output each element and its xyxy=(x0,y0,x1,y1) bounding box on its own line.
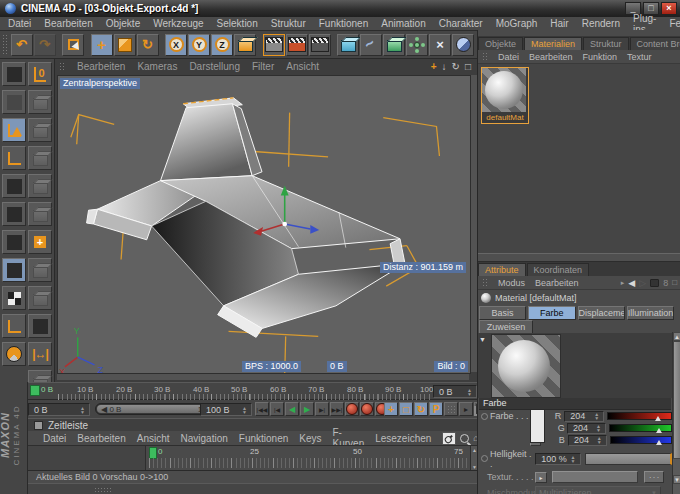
powerbar-ruler[interactable]: 0 B 10 B 20 B 30 B 40 B 50 B 60 B 70 B 8… xyxy=(28,382,478,400)
keyframe-options-button[interactable]: ▸ xyxy=(459,402,473,416)
goto-start-button[interactable]: |◀◀ xyxy=(255,402,269,416)
range-end-spinner-icon[interactable] xyxy=(240,406,249,414)
viewport-menu-ansicht[interactable]: Ansicht xyxy=(286,61,319,72)
section-tab-illum[interactable]: Illumination xyxy=(627,306,674,320)
material-menu-datei[interactable]: Datei xyxy=(498,52,519,62)
material-list-area[interactable]: defaultMat xyxy=(478,64,680,253)
snap-cube-button-2[interactable] xyxy=(28,146,52,170)
redo-button[interactable] xyxy=(34,34,56,56)
maximize-view-icon[interactable]: □ xyxy=(465,61,471,72)
points-mode-button[interactable] xyxy=(2,174,26,198)
timeline-menu-datei[interactable]: Datei xyxy=(43,433,66,444)
current-frame-marker[interactable] xyxy=(30,385,40,396)
menu-bearbeiten[interactable]: Bearbeiten xyxy=(44,18,92,29)
history-forward-icon[interactable]: ▷ xyxy=(639,278,646,288)
key-tool-icon[interactable] xyxy=(442,432,456,445)
proportional-tool-button[interactable] xyxy=(2,342,26,366)
z-axis-lock-button[interactable]: Z xyxy=(211,34,233,56)
material-menu-grip[interactable] xyxy=(482,52,488,61)
edges-mode-button[interactable] xyxy=(2,202,26,226)
render-settings-button[interactable] xyxy=(309,34,331,56)
autokey-button[interactable] xyxy=(360,402,374,416)
timeline-window-icon[interactable] xyxy=(34,421,43,430)
viewport-menu-filter[interactable]: Filter xyxy=(252,61,274,72)
frame-spinner-icon[interactable] xyxy=(465,388,474,396)
range-start-spinbox[interactable]: 0 B xyxy=(28,403,90,416)
scrollbar-thumb[interactable] xyxy=(673,341,680,459)
material-menu-funktion[interactable]: Funktion xyxy=(583,52,618,62)
coordinate-system-button[interactable] xyxy=(234,34,256,56)
camera-label[interactable]: Zentralperspektive xyxy=(60,78,140,89)
render-view-button[interactable] xyxy=(263,34,285,56)
texture-mode-button[interactable] xyxy=(2,286,26,310)
prev-frame-button[interactable]: |◀ xyxy=(270,402,284,416)
channel-g-slider[interactable] xyxy=(609,424,672,432)
timeline-menu-lesezeichen[interactable]: Lesezeichen xyxy=(375,433,431,444)
add-deformer-button[interactable]: × xyxy=(429,34,451,56)
viewport-menu-bearbeiten[interactable]: Bearbeiten xyxy=(77,61,125,72)
record-position-toggle[interactable]: + xyxy=(384,402,398,416)
viewport-menu-grip[interactable] xyxy=(59,62,65,72)
section-tab-displacement[interactable]: Displacement xyxy=(578,306,625,320)
channel-b-spinbox[interactable]: 204 xyxy=(568,435,607,446)
channel-r-slider[interactable] xyxy=(607,412,672,420)
material-preview[interactable] xyxy=(491,334,561,398)
move-button[interactable] xyxy=(91,34,113,56)
menu-animation[interactable]: Animation xyxy=(381,18,425,29)
menu-charakter[interactable]: Charakter xyxy=(439,18,483,29)
section-tab-basis[interactable]: Basis xyxy=(479,306,526,320)
add-nurbs-button[interactable] xyxy=(383,34,405,56)
timeline-menu-navigation[interactable]: Navigation xyxy=(181,433,228,444)
material-menu-bearbeiten[interactable]: Bearbeiten xyxy=(529,52,573,62)
channel-b-spinner-icon[interactable] xyxy=(595,436,604,444)
texture-field[interactable] xyxy=(552,471,638,483)
attribute-menu-grip[interactable] xyxy=(482,278,488,287)
pan-view-icon[interactable]: + xyxy=(431,61,437,72)
toolbar-grip[interactable] xyxy=(2,34,8,56)
plane-tool-button[interactable] xyxy=(28,258,52,282)
snap-cube-button-4[interactable] xyxy=(28,202,52,226)
snap-plane-button[interactable] xyxy=(28,118,52,142)
record-scale-toggle[interactable]: □ xyxy=(399,402,413,416)
brightness-spinbox[interactable]: 100 % xyxy=(535,453,580,465)
blend-dropdown[interactable]: Multiplizieren xyxy=(535,486,661,494)
link-icon[interactable]: 8 xyxy=(663,278,668,288)
viewport-menu-kameras[interactable]: Kameras xyxy=(137,61,177,72)
viewport-h-scrollbar[interactable] xyxy=(57,373,469,380)
scroll-down-arrow-icon[interactable]: ▼ xyxy=(673,475,680,484)
magnet-tool-button[interactable] xyxy=(28,314,52,338)
menu-struktur[interactable]: Struktur xyxy=(271,18,306,29)
menu-fenster[interactable]: Fenster xyxy=(669,18,680,29)
channel-b-slider[interactable] xyxy=(610,436,672,444)
color-swatch[interactable] xyxy=(530,409,545,443)
y-axis-lock-button[interactable]: Y xyxy=(188,34,210,56)
lock-icon[interactable] xyxy=(650,279,659,287)
timeline-header[interactable]: Zeitleiste xyxy=(28,418,478,431)
attribute-menu-modus[interactable]: Modus xyxy=(498,278,525,288)
tab-objekte[interactable]: Objekte xyxy=(478,37,523,50)
anim-dot-color[interactable] xyxy=(481,413,488,420)
menu-rendern[interactable]: Rendern xyxy=(582,18,620,29)
add-modeling-object-button[interactable] xyxy=(406,34,428,56)
dock-grip[interactable] xyxy=(94,487,112,493)
workplane-button[interactable]: 0 xyxy=(28,62,52,86)
timeline-ruler[interactable]: 0 25 50 75 xyxy=(146,446,470,471)
anim-dot-brightness[interactable] xyxy=(481,455,488,462)
history-back-icon[interactable]: ◀ xyxy=(628,278,635,288)
menu-selektion[interactable]: Selektion xyxy=(217,18,258,29)
object-axis-mode-button[interactable] xyxy=(2,146,26,170)
timeline-menu-ansicht[interactable]: Ansicht xyxy=(137,433,170,444)
undo-button[interactable] xyxy=(11,34,33,56)
viewport-menu-darstellung[interactable]: Darstellung xyxy=(189,61,240,72)
brightness-slider[interactable] xyxy=(585,453,672,465)
frame-spinbox[interactable]: 0 B xyxy=(433,385,477,398)
scale-button[interactable] xyxy=(114,34,136,56)
menu-werkzeuge[interactable]: Werkzeuge xyxy=(153,18,203,29)
range-start-spinner-icon[interactable] xyxy=(78,406,87,414)
timeline-track-area[interactable] xyxy=(28,446,146,471)
menu-mograph[interactable]: MoGraph xyxy=(496,18,538,29)
bridge-tool-button[interactable] xyxy=(28,286,52,310)
menu-hair[interactable]: Hair xyxy=(550,18,568,29)
range-left-label[interactable]: ◀ 0 B xyxy=(101,405,121,414)
panel-splitter[interactable] xyxy=(478,253,680,262)
